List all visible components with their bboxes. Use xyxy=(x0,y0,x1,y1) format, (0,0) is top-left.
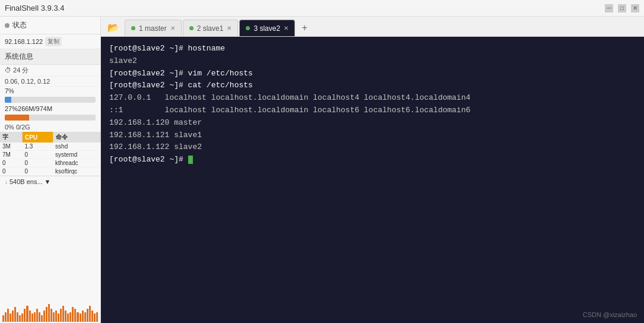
close-button[interactable]: ✕ xyxy=(631,4,639,12)
net-down-icon: ↓ xyxy=(5,179,8,185)
window-controls: ─ □ ✕ xyxy=(605,4,639,12)
tab-3-slave2[interactable]: 3 slave2 ✕ xyxy=(239,20,295,36)
terminal-line: ::1 localhost localhost.localdomain loca… xyxy=(109,104,636,117)
spark-bar xyxy=(96,312,98,322)
tab-2-close[interactable]: ✕ xyxy=(227,25,231,31)
spark-bar xyxy=(74,309,76,322)
terminal-area: 📂 1 master ✕ 2 slave1 ✕ 3 slave2 ✕ + [ro… xyxy=(101,17,644,323)
main-layout: 状态 92.168.1.122 复制 系统信息 ⏱ 24 分 0.06, 0.1… xyxy=(0,17,644,323)
network-row: ↓ 540B ens... ▼ xyxy=(0,176,100,187)
tab-bar: 📂 1 master ✕ 2 slave1 ✕ 3 slave2 ✕ + xyxy=(101,17,644,37)
spark-bar xyxy=(17,312,18,322)
prompt-text: [root@slave2 ~]# cat /etc/hosts xyxy=(109,81,253,90)
status-label: 状态 xyxy=(12,20,27,30)
tab-1-master[interactable]: 1 master ✕ xyxy=(125,20,182,36)
tab-3-label: 3 slave2 xyxy=(253,24,280,33)
proc-mem: 0 xyxy=(0,159,23,167)
sidebar-ip-row: 92.168.1.122 复制 xyxy=(0,34,100,49)
terminal-line: 127.0.0.1 localhost localhost.localdomai… xyxy=(109,92,636,104)
sidebar: 状态 92.168.1.122 复制 系统信息 ⏱ 24 分 0.06, 0.1… xyxy=(0,17,101,323)
terminal-line: 192.168.1.121 slave1 xyxy=(109,129,636,142)
spark-bar xyxy=(5,312,7,322)
tab-2-slave1[interactable]: 2 slave1 ✕ xyxy=(183,20,239,36)
prompt-text: [root@slave2 ~]# xyxy=(109,155,188,164)
tab-2-label: 2 slave1 xyxy=(197,24,224,33)
output-text: 192.168.1.122 slave2 xyxy=(109,142,202,151)
copy-ip-button[interactable]: 复制 xyxy=(45,37,62,46)
tab-1-close[interactable]: ✕ xyxy=(170,25,175,31)
sidebar-status-row: 状态 xyxy=(0,17,100,34)
tab-3-close[interactable]: ✕ xyxy=(284,25,288,31)
spark-bar xyxy=(34,312,36,322)
prompt-text: [root@slave2 ~]# vim /etc/hosts xyxy=(109,69,253,78)
spark-bar xyxy=(62,306,64,322)
spark-bar xyxy=(69,312,71,322)
spark-bar xyxy=(77,312,78,322)
proc-cpu: 1.3 xyxy=(23,142,53,151)
disk-label: 0% xyxy=(5,124,14,131)
spark-bar xyxy=(58,314,59,322)
tab-folder-icon[interactable]: 📂 xyxy=(103,18,123,36)
disk-value: 0/2G xyxy=(16,124,30,131)
spark-bar xyxy=(46,307,47,322)
spark-bar xyxy=(91,311,93,322)
maximize-button[interactable]: □ xyxy=(618,4,626,12)
mem-bar-inner xyxy=(5,115,29,121)
proc-cpu: 0 xyxy=(23,167,53,176)
add-tab-button[interactable]: + xyxy=(296,20,313,36)
spark-bar xyxy=(67,314,69,322)
output-text: 127.0.0.1 localhost localhost.localdomai… xyxy=(109,93,471,102)
sidebar-load: 0.06, 0.12, 0.12 xyxy=(0,77,100,87)
prompt-text: [root@slave2 ~]# hostname xyxy=(109,44,225,53)
cpu-bar-outer xyxy=(5,97,96,103)
terminal-line: 192.168.1.120 master xyxy=(109,117,636,129)
proc-cmd: sshd xyxy=(53,142,100,151)
proc-cpu: 0 xyxy=(23,159,53,167)
disk-row: 0% 0/2G xyxy=(0,122,100,132)
spark-bar xyxy=(84,312,86,322)
sparkline xyxy=(0,187,100,323)
terminal-content[interactable]: [root@slave2 ~]# hostnameslave2[root@sla… xyxy=(101,37,644,323)
mem-label: 27%266M/974M xyxy=(0,104,100,113)
output-text: 192.168.1.120 master xyxy=(109,118,202,127)
watermark: CSDN @xizaizhao xyxy=(583,311,637,318)
spark-bar xyxy=(14,307,16,322)
terminal-line: slave2 xyxy=(109,55,636,68)
spark-bar xyxy=(12,311,14,322)
terminal-line: [root@slave2 ~]# xyxy=(109,154,636,166)
proc-mem: 0 xyxy=(0,167,23,176)
process-row: 0 0 ksoftirqc xyxy=(0,167,100,176)
process-row: 3M 1.3 sshd xyxy=(0,142,100,151)
spark-bar xyxy=(65,311,66,322)
minimize-button[interactable]: ─ xyxy=(605,4,613,12)
spark-bar xyxy=(21,314,23,322)
spark-bar xyxy=(7,309,9,322)
process-row: 7M 0 systemd xyxy=(0,151,100,159)
spark-bar xyxy=(89,306,91,322)
app-title: FinalShell 3.9.3.4 xyxy=(5,4,64,12)
terminal-line: [root@slave2 ~]# cat /etc/hosts xyxy=(109,80,636,92)
spark-bar xyxy=(31,314,33,322)
spark-bar xyxy=(60,309,62,322)
cpu-bar-inner xyxy=(5,97,11,103)
mem-bar-container xyxy=(0,113,100,122)
col-cpu: CPU xyxy=(23,132,53,142)
spark-bar xyxy=(2,315,4,322)
spark-bar xyxy=(41,315,43,322)
spark-bar xyxy=(19,315,21,322)
net-interface: ens... xyxy=(27,178,43,185)
proc-cpu: 0 xyxy=(23,151,53,159)
spark-bar xyxy=(48,304,50,322)
process-row: 0 0 kthreadc xyxy=(0,159,100,167)
terminal-cursor xyxy=(188,156,193,164)
cpu-bar-container xyxy=(0,96,100,104)
spark-bar xyxy=(9,314,11,322)
spark-bar xyxy=(24,309,26,322)
proc-cmd: systemd xyxy=(53,151,100,159)
spark-bar xyxy=(55,311,57,322)
spark-bar xyxy=(53,312,55,322)
spark-bar xyxy=(80,314,81,322)
process-table: 字 CPU 命令 3M 1.3 sshd 7M 0 systemd 0 0 kt… xyxy=(0,132,100,176)
net-expand-icon[interactable]: ▼ xyxy=(45,178,51,185)
sidebar-ip: 92.168.1.122 xyxy=(5,38,43,45)
